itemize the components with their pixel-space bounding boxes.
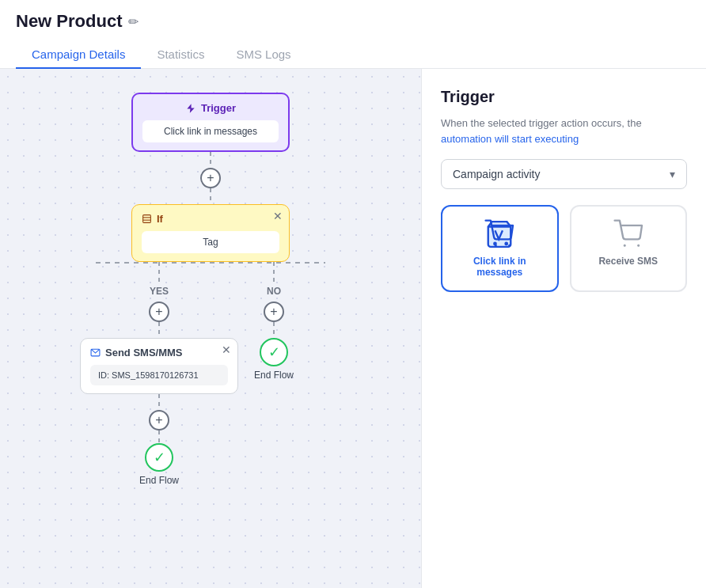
campaign-activity-dropdown[interactable]: Campaign activity ▾ [441,159,687,189]
end-label-yes: End Flow [139,475,179,486]
if-node-header: If [142,213,279,225]
header: New Product ✏ Campaign Details Statistic… [0,0,706,69]
if-icon [142,214,152,224]
trigger-option-receive-sms[interactable]: Receive SMS [570,205,688,292]
trigger-options: Click link in messages Receive SMS [441,205,687,292]
edit-icon[interactable]: ✏ [128,14,139,29]
add-btn-yes[interactable]: + [149,302,169,322]
trigger-node-label: Trigger [201,102,236,114]
dropdown-value: Campaign activity [453,168,541,180]
end-circle-no: ✓ [260,338,288,366]
desc-text-1: When the selected trigger action occurs,… [441,117,642,129]
sms-icon [90,347,101,358]
add-btn-no[interactable]: + [264,302,284,322]
yes-end-line [158,431,160,443]
svg-rect-0 [143,215,151,223]
title-row: New Product ✏ [16,11,690,32]
page-title: New Product [16,11,122,32]
desc-highlight: automation will start executing [441,133,579,145]
end-flow-no: ✓ End Flow [254,338,294,381]
if-node-body: Tag [142,231,279,253]
no-label: NO [267,286,281,297]
sms-node[interactable]: ✕ Send SMS/MMS ID: SMS_1598170126731 [80,338,238,394]
if-node-close[interactable]: ✕ [273,210,283,222]
trigger-node[interactable]: Trigger Click link in messages [131,93,290,152]
sms-node-close[interactable]: ✕ [222,343,231,356]
sms-node-body: ID: SMS_1598170126731 [90,365,228,385]
tabs: Campaign Details Statistics SMS Logs [16,41,690,68]
sms-node-header: Send SMS/MMS [90,347,228,358]
right-panel: Trigger When the selected trigger action… [421,69,706,588]
yes-branch-line-top [158,262,160,286]
flow-diagram: Trigger Click link in messages + ✕ [16,85,405,486]
trigger-node-header: Trigger [142,102,279,114]
add-btn-yes-bot[interactable]: + [149,410,169,431]
end-circle-yes: ✓ [145,443,173,472]
yes-branch: YES + ✕ Send SMS/MMS [96,262,222,486]
end-label-no: End Flow [254,370,294,381]
tab-statistics[interactable]: Statistics [141,41,220,69]
cart-blue-icon [484,219,514,249]
end-flow-yes: ✓ End Flow [139,443,179,486]
chevron-down-icon: ▾ [670,168,675,180]
tab-sms-logs[interactable]: SMS Logs [220,41,306,69]
yes-branch-line-mid [158,322,160,338]
if-node[interactable]: ✕ If Tag [131,204,290,262]
right-panel-desc: When the selected trigger action occurs,… [441,116,687,146]
trigger-option-click-link-label: Click link in messages [452,256,548,278]
add-btn-1[interactable]: + [200,168,221,188]
trigger-option-click-link[interactable]: Click link in messages [441,205,559,292]
dashed-line-2 [210,188,211,204]
yes-branch-line-bot [158,394,160,410]
lightning-icon [185,103,196,114]
no-branch-line-mid [273,322,275,338]
yes-label: YES [150,286,169,297]
if-node-label: If [157,213,163,225]
right-panel-title: Trigger [441,88,687,106]
canvas-panel: Trigger Click link in messages + ✕ [0,69,421,588]
sms-node-label: Send SMS/MMS [105,347,183,358]
trigger-option-receive-sms-label: Receive SMS [598,256,658,267]
branch-container: YES + ✕ Send SMS/MMS [68,262,353,486]
connector-1: + [200,152,221,204]
branches: YES + ✕ Send SMS/MMS [96,262,325,486]
dashed-line-1 [210,152,211,168]
main: Trigger Click link in messages + ✕ [0,69,706,588]
tab-campaign-details[interactable]: Campaign Details [16,41,141,69]
cart-gray-icon [613,219,643,249]
trigger-node-body: Click link in messages [142,120,279,142]
svg-point-6 [505,242,509,246]
no-branch-line-top [273,262,275,286]
